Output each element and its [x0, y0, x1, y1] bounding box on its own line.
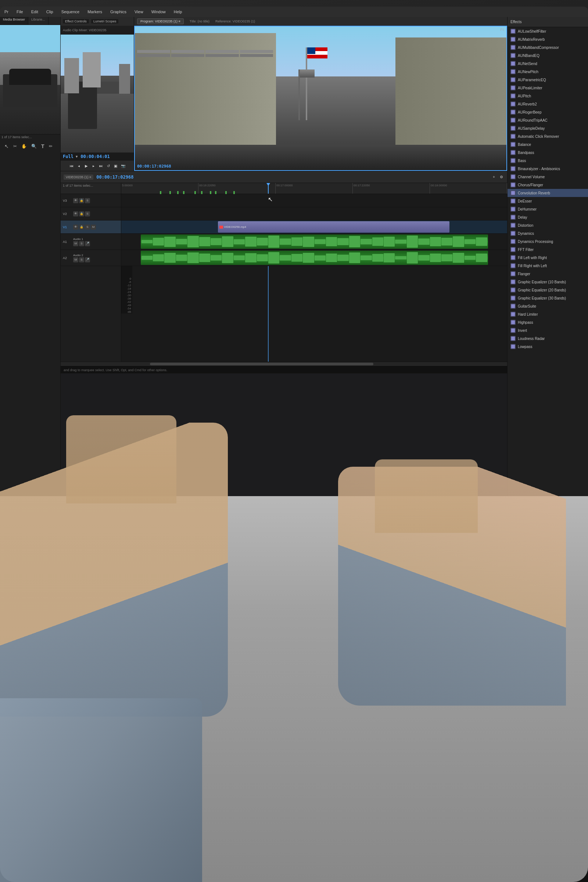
track-v3-lock[interactable]: 🔒	[79, 198, 84, 203]
effect-item-fft-filter[interactable]: FFT Filter	[507, 246, 588, 254]
tool-pen[interactable]: ✏	[47, 142, 54, 150]
menu-item-window[interactable]: Window	[150, 9, 167, 15]
effect-item-graphic-eq-30[interactable]: Graphic Equalizer (30 Bands)	[507, 294, 588, 302]
tl-btn-settings[interactable]: ⚙	[498, 174, 504, 180]
effect-item-binauralyzer[interactable]: Binauralyzer - Ambisonics	[507, 165, 588, 173]
track-a2-mic[interactable]: 🎤	[85, 257, 90, 262]
track-v2-lock[interactable]: 🔒	[79, 212, 84, 216]
track-v3-sync[interactable]: S	[85, 198, 90, 203]
effect-item-convolution-reverb[interactable]: Convolution Reverb	[507, 189, 588, 197]
effect-item-deesser[interactable]: DeEsser	[507, 197, 588, 205]
effect-item-chorus-flanger[interactable]: Chorus/Flanger	[507, 181, 588, 189]
effect-item-automatic-click-remover[interactable]: Automatic Click Remover	[507, 132, 588, 140]
track-v3-content[interactable]	[121, 194, 507, 207]
menu-item-clip[interactable]: Clip	[45, 9, 55, 15]
program-tab[interactable]: Program: VIDEO0235 (1) ≡	[137, 18, 184, 24]
track-v2-content[interactable]	[121, 207, 507, 220]
laptop-container: Pr File Edit Clip Sequence Markers Graph…	[0, 0, 588, 882]
timeline-ruler[interactable]: 5:00000 00:16:22050 00:17:00000 00:17:22…	[121, 183, 507, 194]
video-clip-v1[interactable]: VIDEO0258.mp4	[218, 221, 450, 232]
tool-selection[interactable]: ↖	[3, 142, 10, 150]
effect-item-loudness-radar[interactable]: Loudness Radar	[507, 334, 588, 342]
effect-item-highpass[interactable]: Highpass	[507, 318, 588, 326]
lumetri-tab[interactable]: Lumetri Scopes	[91, 19, 119, 24]
effect-item-auroundtripaac[interactable]: AURoundTripAAC	[507, 116, 588, 124]
effect-item-auparametriceq[interactable]: AUParametricEQ	[507, 76, 588, 84]
btn-export-frame[interactable]: 📷	[120, 163, 126, 169]
btn-to-start[interactable]: ⏮	[69, 163, 75, 169]
effect-item-graphic-eq-10[interactable]: Graphic Equalizer (10 Bands)	[507, 278, 588, 286]
track-a1-mute[interactable]: M	[73, 241, 78, 246]
btn-loop[interactable]: ↺	[105, 163, 111, 169]
effect-item-aupitch[interactable]: AUPitch	[507, 92, 588, 100]
effect-item-flanger[interactable]: Flanger	[507, 270, 588, 278]
track-a2-mute[interactable]: M	[73, 257, 78, 262]
effect-item-balance[interactable]: Balance	[507, 140, 588, 148]
track-v1-content[interactable]: VIDEO0258.mp4	[121, 220, 507, 234]
effect-item-guitarsuite[interactable]: GuitarSuite	[507, 302, 588, 310]
effect-item-aureverb2[interactable]: AUReverb2	[507, 100, 588, 108]
effect-item-aulowshelffilter[interactable]: AULowShelfFilter	[507, 27, 588, 35]
effect-item-bandpass[interactable]: Bandpass	[507, 148, 588, 156]
zoom-range-handle[interactable]	[150, 363, 374, 365]
effect-item-invert[interactable]: Invert	[507, 326, 588, 334]
track-v1-m[interactable]: M	[91, 225, 96, 230]
effect-item-dehummer[interactable]: DeHummer	[507, 205, 588, 213]
effect-item-fill-right[interactable]: Fill Right with Left	[507, 262, 588, 270]
track-v2-eye[interactable]: 👁	[73, 212, 78, 216]
menu-item-sequence[interactable]: Sequence	[60, 9, 81, 15]
btn-safe-margins[interactable]: ▣	[113, 163, 119, 169]
btn-to-end[interactable]: ⏭	[98, 163, 104, 169]
effect-item-dynamics-processing[interactable]: Dynamics Processing	[507, 237, 588, 246]
timeline-scroll-bar[interactable]	[61, 362, 507, 366]
effect-item-aunewpitch[interactable]: AUNewPitch	[507, 68, 588, 76]
tl-btn-add-track[interactable]: +	[491, 174, 497, 180]
effect-item-distortion[interactable]: Distortion	[507, 221, 588, 230]
audio-clip-mixer-tab[interactable]: Audio Clip Mixer: VIDEO0235	[63, 28, 106, 32]
effect-item-aunetsend[interactable]: AUNetSend	[507, 60, 588, 68]
effect-item-fill-left[interactable]: Fill Left with Right	[507, 254, 588, 262]
menu-item-edit[interactable]: Edit	[30, 9, 40, 15]
menu-item-help[interactable]: Help	[172, 9, 184, 15]
track-v2-sync[interactable]: S	[85, 212, 90, 216]
tool-hand[interactable]: ✋	[20, 142, 28, 150]
track-v1-eye[interactable]: 👁	[73, 225, 78, 230]
effect-item-bass[interactable]: Bass	[507, 156, 588, 165]
btn-play-stop[interactable]: ▶	[83, 163, 89, 169]
effect-item-lowpass[interactable]: Lowpass	[507, 342, 588, 351]
effect-item-dynamics[interactable]: Dynamics	[507, 230, 588, 237]
timeline-tab-label[interactable]: VIDEO0235 (1) ≡	[64, 175, 93, 180]
tool-zoom[interactable]: 🔍	[30, 142, 38, 150]
track-a1-content[interactable]	[121, 234, 507, 250]
tab-libraries[interactable]: Librarie...	[28, 17, 48, 25]
effect-item-aunbandeq[interactable]: AUNBandEQ	[507, 51, 588, 60]
btn-step-back[interactable]: ◂	[76, 163, 82, 169]
effect-item-channel-volume[interactable]: Channel Volume	[507, 173, 588, 181]
effect-controls-tab[interactable]: Effect Controls	[63, 19, 89, 24]
track-a1-solo[interactable]: S	[79, 241, 84, 246]
effect-item-hard-limiter[interactable]: Hard Limiter	[507, 310, 588, 318]
effect-item-ausampledelay[interactable]: AUSampleDelay	[507, 124, 588, 132]
effect-item-aumatrixreverb[interactable]: AUMatrixReverb	[507, 35, 588, 44]
track-v1-lock[interactable]: 🔒	[79, 225, 84, 230]
tool-text[interactable]: T	[40, 142, 46, 150]
menu-item-markers[interactable]: Markers	[86, 9, 104, 15]
tab-media-browser[interactable]: Media Browser	[0, 17, 28, 25]
menu-item-view[interactable]: View	[133, 9, 145, 15]
btn-step-fwd[interactable]: ▸	[91, 163, 97, 169]
effect-item-delay[interactable]: Delay	[507, 213, 588, 221]
tool-razor[interactable]: ✂	[12, 142, 18, 150]
track-a2-content[interactable]	[121, 250, 507, 266]
track-a1-mic[interactable]: 🎤	[85, 241, 90, 246]
source-monitor-header: Effect Controls Lumetri Scopes	[61, 17, 134, 26]
effect-item-graphic-eq-20[interactable]: Graphic Equalizer (20 Bands)	[507, 286, 588, 294]
effect-item-aurogerbeep[interactable]: AURogerBeep	[507, 108, 588, 116]
track-a2-solo[interactable]: S	[79, 257, 84, 262]
track-v1-sync[interactable]: S	[85, 225, 90, 230]
menu-item-graphics[interactable]: Graphics	[109, 9, 128, 15]
track-v3-eye[interactable]: 👁	[73, 198, 78, 203]
effect-item-aupeaklimiter[interactable]: AUPeakLimiter	[507, 84, 588, 92]
menu-item-pr[interactable]: Pr	[3, 9, 10, 15]
menu-item-file[interactable]: File	[15, 9, 25, 15]
effect-item-aumultibandcompressor[interactable]: AUMultibandCompressor	[507, 44, 588, 51]
